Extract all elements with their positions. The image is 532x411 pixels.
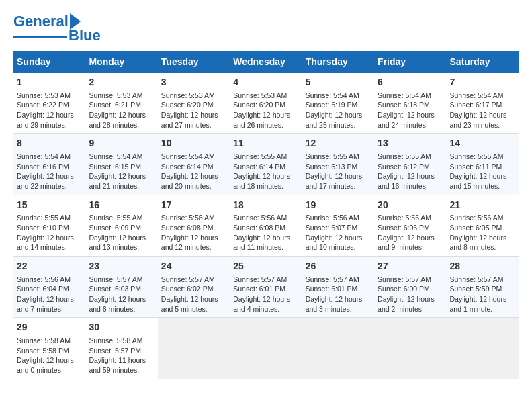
logo-blue: Blue — [69, 27, 101, 44]
day-number: 7 — [450, 76, 515, 89]
sunrise: Sunrise: 5:57 AM — [450, 275, 504, 283]
page-header: General Blue — [13, 13, 519, 44]
day-number: 6 — [378, 76, 443, 89]
calendar-cell: 20Sunrise: 5:56 AMSunset: 6:06 PMDayligh… — [374, 195, 446, 256]
daylight: Daylight: 12 hours and 29 minutes. — [17, 111, 74, 129]
day-number: 2 — [89, 76, 154, 89]
calendar-cell: 4Sunrise: 5:53 AMSunset: 6:20 PMDaylight… — [230, 73, 302, 134]
sunset: Sunset: 6:14 PM — [161, 163, 214, 171]
daylight: Daylight: 12 hours and 10 minutes. — [306, 234, 363, 252]
day-number: 22 — [17, 260, 82, 273]
calendar-cell: 18Sunrise: 5:56 AMSunset: 6:08 PMDayligh… — [230, 195, 302, 256]
sunset: Sunset: 6:11 PM — [450, 163, 502, 171]
sunset: Sunset: 6:21 PM — [89, 101, 141, 109]
daylight: Daylight: 12 hours and 5 minutes. — [161, 295, 218, 313]
calendar-cell: 10Sunrise: 5:54 AMSunset: 6:14 PMDayligh… — [158, 134, 230, 195]
calendar-cell: 6Sunrise: 5:54 AMSunset: 6:18 PMDaylight… — [374, 73, 446, 134]
daylight: Daylight: 12 hours and 14 minutes. — [17, 234, 74, 252]
sunrise: Sunrise: 5:54 AM — [17, 152, 71, 161]
day-number: 17 — [161, 199, 226, 212]
sunset: Sunset: 6:13 PM — [306, 163, 358, 171]
sunrise: Sunrise: 5:54 AM — [89, 152, 142, 161]
daylight: Daylight: 12 hours and 6 minutes. — [89, 295, 146, 313]
calendar-cell: 16Sunrise: 5:55 AMSunset: 6:09 PMDayligh… — [85, 195, 157, 256]
logo: General Blue — [13, 13, 101, 44]
sunset: Sunset: 6:02 PM — [161, 285, 214, 293]
calendar-cell: 28Sunrise: 5:57 AMSunset: 5:59 PMDayligh… — [447, 257, 519, 318]
calendar-cell — [374, 318, 446, 379]
calendar-cell: 1Sunrise: 5:53 AMSunset: 6:22 PMDaylight… — [13, 73, 85, 134]
daylight: Daylight: 12 hours and 0 minutes. — [17, 356, 74, 374]
weekday-header-monday: Monday — [85, 51, 157, 73]
sunset: Sunset: 6:07 PM — [306, 224, 358, 232]
sunset: Sunset: 6:08 PM — [233, 224, 285, 232]
daylight: Daylight: 12 hours and 21 minutes. — [89, 172, 146, 190]
sunrise: Sunrise: 5:58 AM — [89, 336, 142, 345]
day-number: 9 — [89, 137, 154, 150]
sunset: Sunset: 6:01 PM — [233, 285, 285, 293]
weekday-header-saturday: Saturday — [447, 51, 519, 73]
day-number: 11 — [233, 137, 298, 150]
day-number: 14 — [450, 137, 515, 150]
daylight: Daylight: 12 hours and 17 minutes. — [306, 172, 363, 190]
calendar-cell: 12Sunrise: 5:55 AMSunset: 6:13 PMDayligh… — [302, 134, 374, 195]
sunrise: Sunrise: 5:58 AM — [17, 336, 71, 345]
day-number: 20 — [378, 199, 443, 212]
sunrise: Sunrise: 5:55 AM — [450, 152, 504, 161]
calendar-cell: 26Sunrise: 5:57 AMSunset: 6:01 PMDayligh… — [302, 257, 374, 318]
sunrise: Sunrise: 5:54 AM — [450, 91, 504, 99]
sunrise: Sunrise: 5:54 AM — [161, 152, 215, 161]
day-number: 19 — [306, 199, 371, 212]
day-number: 28 — [450, 260, 515, 273]
sunrise: Sunrise: 5:54 AM — [378, 91, 431, 99]
day-number: 29 — [17, 321, 82, 334]
sunrise: Sunrise: 5:55 AM — [89, 214, 142, 222]
sunrise: Sunrise: 5:53 AM — [233, 91, 287, 99]
calendar-week-row: 8Sunrise: 5:54 AMSunset: 6:16 PMDaylight… — [13, 134, 519, 195]
weekday-header-tuesday: Tuesday — [158, 51, 230, 73]
daylight: Daylight: 12 hours and 13 minutes. — [89, 234, 146, 252]
calendar-cell: 21Sunrise: 5:56 AMSunset: 6:05 PMDayligh… — [447, 195, 519, 256]
daylight: Daylight: 12 hours and 3 minutes. — [306, 295, 363, 313]
sunrise: Sunrise: 5:55 AM — [306, 152, 359, 161]
day-number: 30 — [89, 321, 154, 334]
sunset: Sunset: 6:03 PM — [89, 285, 141, 293]
sunrise: Sunrise: 5:53 AM — [17, 91, 71, 99]
calendar-cell: 19Sunrise: 5:56 AMSunset: 6:07 PMDayligh… — [302, 195, 374, 256]
sunset: Sunset: 6:19 PM — [306, 101, 358, 109]
daylight: Daylight: 12 hours and 4 minutes. — [233, 295, 290, 313]
day-number: 27 — [378, 260, 443, 273]
calendar-cell: 29Sunrise: 5:58 AMSunset: 5:58 PMDayligh… — [13, 318, 85, 379]
daylight: Daylight: 12 hours and 18 minutes. — [233, 172, 290, 190]
calendar-week-row: 15Sunrise: 5:55 AMSunset: 6:10 PMDayligh… — [13, 195, 519, 256]
sunrise: Sunrise: 5:57 AM — [378, 275, 431, 283]
sunset: Sunset: 6:00 PM — [378, 285, 430, 293]
day-number: 23 — [89, 260, 154, 273]
sunrise: Sunrise: 5:56 AM — [306, 214, 359, 222]
daylight: Daylight: 12 hours and 26 minutes. — [233, 111, 290, 129]
sunset: Sunset: 5:57 PM — [89, 347, 141, 355]
sunset: Sunset: 6:18 PM — [378, 101, 430, 109]
day-number: 12 — [306, 137, 371, 150]
calendar-cell: 14Sunrise: 5:55 AMSunset: 6:11 PMDayligh… — [447, 134, 519, 195]
calendar-header-row: SundayMondayTuesdayWednesdayThursdayFrid… — [13, 51, 519, 73]
weekday-header-thursday: Thursday — [302, 51, 374, 73]
sunrise: Sunrise: 5:53 AM — [89, 91, 142, 99]
sunrise: Sunrise: 5:57 AM — [306, 275, 359, 283]
sunset: Sunset: 6:17 PM — [450, 101, 502, 109]
daylight: Daylight: 12 hours and 8 minutes. — [450, 234, 507, 252]
sunrise: Sunrise: 5:57 AM — [233, 275, 287, 283]
calendar-cell: 17Sunrise: 5:56 AMSunset: 6:08 PMDayligh… — [158, 195, 230, 256]
sunset: Sunset: 6:16 PM — [17, 163, 69, 171]
daylight: Daylight: 12 hours and 28 minutes. — [89, 111, 146, 129]
sunrise: Sunrise: 5:56 AM — [450, 214, 504, 222]
daylight: Daylight: 12 hours and 22 minutes. — [17, 172, 74, 190]
daylight: Daylight: 12 hours and 1 minute. — [450, 295, 507, 313]
day-number: 10 — [161, 137, 226, 150]
day-number: 18 — [233, 199, 298, 212]
calendar-cell: 23Sunrise: 5:57 AMSunset: 6:03 PMDayligh… — [85, 257, 157, 318]
sunrise: Sunrise: 5:57 AM — [161, 275, 215, 283]
day-number: 26 — [306, 260, 371, 273]
sunset: Sunset: 6:20 PM — [233, 101, 285, 109]
daylight: Daylight: 12 hours and 23 minutes. — [450, 111, 507, 129]
